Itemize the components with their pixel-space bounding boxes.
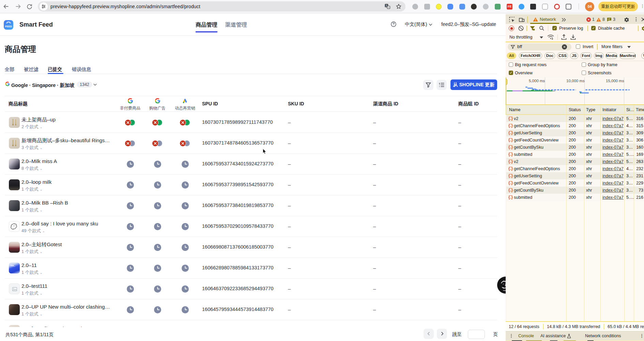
svg-text:x: x <box>388 6 389 9</box>
svg-text:FEED: FEED <box>5 25 12 28</box>
